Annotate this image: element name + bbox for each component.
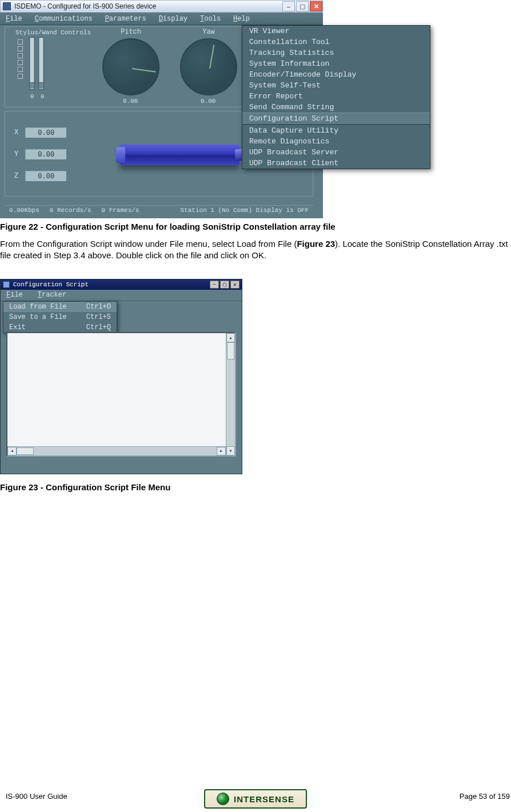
z-value: 0.00 (25, 171, 66, 181)
stylus-label: Stylus/Wand Controls (15, 29, 91, 36)
cs-file-load[interactable]: Load from File Ctrl+O (3, 302, 117, 312)
stylus-slider-1[interactable] (29, 37, 35, 90)
tools-item-udp-client[interactable]: UDP Broadcast Client (242, 158, 430, 169)
close-button[interactable]: ✕ (310, 1, 322, 11)
slider-val-1: 0 (30, 93, 34, 100)
menu-help[interactable]: Help (233, 15, 250, 23)
tools-item-configuration-script[interactable]: Configuration Script (242, 113, 430, 125)
slider-val-2: 0 (41, 93, 45, 100)
cs-menu-bar: File Tracker (1, 290, 242, 301)
status-bar: 0.00Kbps 0 Records/s 0 Frames/s Station … (5, 205, 313, 215)
window-title: ISDEMO - Configured for IS-900 Series de… (14, 2, 156, 10)
tracker-3d-model (119, 145, 239, 165)
tools-item-tracking-statistics[interactable]: Tracking Statistics (242, 47, 430, 58)
pitch-label: Pitch (102, 28, 159, 36)
tools-dropdown: VR Viewer Constellation Tool Tracking St… (242, 25, 430, 169)
titlebar[interactable]: ISDEMO - Configured for IS-900 Series de… (0, 0, 323, 13)
maximize-button[interactable]: ▢ (296, 1, 309, 11)
stylus-cb-4[interactable] (18, 60, 23, 65)
cs-vscrollbar[interactable]: ▴ ▾ (226, 333, 235, 455)
yaw-value: 0.00 (201, 98, 215, 105)
yaw-dial (180, 38, 237, 95)
menu-file[interactable]: File (6, 15, 22, 23)
cs-vscroll-thumb[interactable] (227, 342, 234, 359)
stylus-slider-2[interactable] (38, 37, 44, 90)
minimize-button[interactable]: – (282, 1, 295, 11)
logo-orb-icon (217, 793, 229, 805)
stylus-checkboxes (18, 39, 23, 79)
intersense-logo: INTERSENSE (204, 789, 307, 809)
stylus-cb-6[interactable] (18, 74, 23, 79)
y-value: 0.00 (25, 149, 66, 159)
cs-file-exit[interactable]: Exit Ctrl+Q (3, 322, 117, 333)
tools-item-error-report[interactable]: Error Report (242, 91, 430, 102)
x-value: 0.00 (25, 127, 66, 138)
cs-title: Configuration Script (13, 281, 89, 288)
tools-item-system-information[interactable]: System Information (242, 58, 430, 69)
x-label: X (14, 129, 18, 137)
stylus-cb-3[interactable] (18, 53, 23, 58)
pitch-dial (102, 38, 159, 95)
cs-app-icon (3, 281, 10, 288)
pitch-value: 0.00 (123, 98, 138, 105)
cs-maximize-button[interactable]: ▢ (220, 281, 229, 289)
cs-titlebar[interactable]: Configuration Script – ▢ ✕ (1, 279, 242, 290)
cs-close-button[interactable]: ✕ (230, 281, 239, 289)
cs-hscrollbar[interactable]: ◂ ▸ (7, 446, 226, 455)
menu-tools[interactable]: Tools (200, 15, 221, 23)
cs-hscroll-thumb[interactable] (17, 447, 34, 455)
app-icon (3, 2, 11, 10)
footer-right: Page 53 of 159 (460, 792, 510, 801)
status-frames: 0 Frames/s (101, 207, 139, 214)
figure-23-caption: Figure 23 - Configuration Script File Me… (0, 482, 511, 492)
footer-left: IS-900 User Guide (6, 792, 67, 801)
isdemo-window: ISDEMO - Configured for IS-900 Series de… (0, 0, 323, 218)
tools-item-udp-server[interactable]: UDP Broadcast Server (242, 147, 430, 158)
menu-communications[interactable]: Communications (35, 15, 93, 23)
stylus-cb-2[interactable] (18, 46, 23, 51)
tools-item-constellation-tool[interactable]: Constellation Tool (242, 37, 430, 47)
cs-menu-file[interactable]: File (6, 291, 23, 299)
yaw-label: Yaw (180, 28, 237, 36)
cs-hscroll-left-button[interactable]: ◂ (7, 447, 17, 455)
config-script-window: Configuration Script – ▢ ✕ File Tracker … (0, 279, 242, 474)
z-label: Z (14, 172, 18, 180)
status-kbps: 0.00Kbps (9, 207, 39, 214)
tools-item-self-test[interactable]: System Self-Test (242, 80, 430, 91)
figure-22-caption: Figure 22 - Configuration Script Menu fo… (0, 222, 511, 231)
cs-textarea[interactable]: ▴ ▾ ◂ ▸ (6, 332, 236, 457)
tools-item-data-capture[interactable]: Data Capture Utility (242, 125, 430, 136)
tools-item-encoder-timecode[interactable]: Encoder/Timecode Display (242, 69, 430, 80)
menu-parameters[interactable]: Parameters (105, 15, 146, 23)
tools-item-vr-viewer[interactable]: VR Viewer (242, 26, 430, 37)
stylus-cb-1[interactable] (18, 39, 23, 45)
cs-file-dropdown: Load from File Ctrl+O Save to a File Ctr… (3, 301, 117, 333)
cs-file-save[interactable]: Save to a File Ctrl+S (3, 312, 117, 322)
menu-bar: File Communications Parameters Display T… (0, 13, 323, 25)
paragraph-1: From the Configuration Script window und… (0, 238, 511, 262)
cs-vscroll-down-button[interactable]: ▾ (226, 446, 235, 455)
cs-hscroll-right-button[interactable]: ▸ (217, 447, 226, 455)
tools-item-remote-diagnostics[interactable]: Remote Diagnostics (242, 136, 430, 147)
y-label: Y (14, 150, 18, 158)
status-records: 0 Records/s (50, 207, 91, 214)
status-station: Station 1 (No Comm) Display is OFF (181, 207, 309, 214)
cs-vscroll-up-button[interactable]: ▴ (226, 333, 235, 342)
stylus-cb-5[interactable] (18, 67, 23, 72)
menu-display[interactable]: Display (159, 15, 187, 23)
tools-item-send-command[interactable]: Send Command String (242, 102, 430, 113)
logo-text: INTERSENSE (234, 794, 294, 804)
cs-minimize-button[interactable]: – (210, 281, 219, 289)
cs-menu-tracker[interactable]: Tracker (38, 291, 66, 299)
